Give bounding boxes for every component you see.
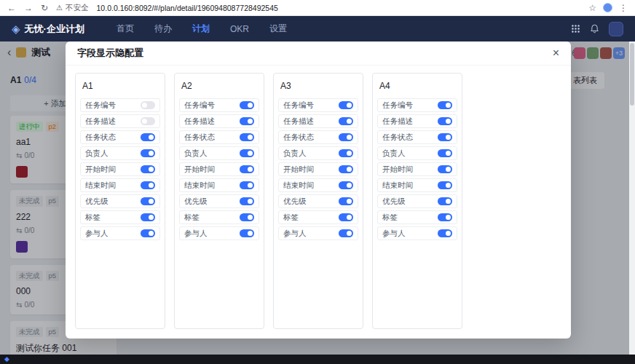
field-label: 负责人 [184,149,208,159]
browser-forward-icon[interactable]: → [24,4,33,12]
apps-grid-icon[interactable] [571,24,580,33]
field-toggle[interactable] [141,149,155,157]
field-row: 优先级 [278,194,358,208]
field-toggle[interactable] [141,181,155,189]
field-toggle[interactable] [438,117,452,125]
field-label: 优先级 [184,197,208,207]
field-label: 结束时间 [184,181,215,191]
field-label: 优先级 [283,197,307,207]
field-toggle[interactable] [141,213,155,221]
field-label: 参与人 [382,229,406,239]
field-label: 负责人 [382,149,406,159]
field-toggle[interactable] [339,165,353,173]
browser-toolbar: ← → ↻ ⚠ 不安全 10.0.0.160:8092/#/plan/detai… [0,0,635,16]
field-toggle[interactable] [141,133,155,141]
field-toggle[interactable] [240,181,254,189]
site-security-chip[interactable]: ⚠ 不安全 [56,3,88,13]
field-toggle[interactable] [339,181,353,189]
field-toggle[interactable] [240,101,254,109]
browser-profile-avatar[interactable] [603,3,612,12]
user-avatar[interactable] [609,22,623,36]
field-label: 任务描述 [184,116,215,127]
browser-menu-icon[interactable]: ⋮ [619,4,628,12]
field-row: 优先级 [80,194,160,208]
nav-todo[interactable]: 待办 [154,23,172,35]
nav-settings[interactable]: 设置 [269,23,287,35]
field-label: 开始时间 [184,165,215,175]
field-row: 标签 [278,210,358,224]
field-toggle[interactable] [339,101,353,109]
field-row: 开始时间 [377,162,457,176]
field-label: 结束时间 [85,181,116,191]
field-label: 标签 [184,213,200,223]
brand-name: 无忧·企业计划 [25,23,84,36]
url-text[interactable]: 10.0.0.160:8092/#/plan/detail/1960948087… [97,4,278,12]
page-scrollbar[interactable] [629,41,635,355]
taskbar-logo-icon[interactable]: ◆ [4,356,9,363]
field-row: 任务描述 [179,114,259,128]
field-row: 任务描述 [80,114,160,128]
field-row: 参与人 [179,226,259,240]
field-row: 开始时间 [179,162,259,176]
field-toggle[interactable] [141,165,155,173]
field-row: 任务状态 [80,130,160,144]
notification-bell-icon[interactable] [590,24,599,33]
field-row: 标签 [179,210,259,224]
field-row: 结束时间 [278,178,358,192]
close-icon[interactable]: × [553,47,559,59]
field-toggle[interactable] [240,213,254,221]
field-toggle[interactable] [438,229,452,237]
field-label: 任务状态 [85,132,116,143]
field-toggle[interactable] [339,133,353,141]
field-toggle[interactable] [438,181,452,189]
field-label: 结束时间 [283,181,314,191]
nav-home[interactable]: 首页 [117,23,134,35]
field-label: 参与人 [85,229,109,239]
field-toggle[interactable] [438,165,452,173]
modal-body: A1 任务编号任务描述任务状态负责人开始时间结束时间优先级标签参与人 A2 任务… [66,66,571,339]
group-title: A2 [179,78,259,98]
app-logo-icon: ◈ [12,23,20,36]
nav-plan[interactable]: 计划 [192,23,210,35]
field-toggle[interactable] [339,149,353,157]
field-toggle[interactable] [438,197,452,205]
field-toggle[interactable] [339,229,353,237]
field-toggle[interactable] [141,197,155,205]
field-toggle[interactable] [438,133,452,141]
field-toggle[interactable] [240,197,254,205]
field-row: 负责人 [377,146,457,160]
field-toggle[interactable] [240,133,254,141]
field-label: 开始时间 [283,165,314,175]
nav-okr[interactable]: OKR [230,24,249,34]
brand[interactable]: ◈ 无忧·企业计划 [12,23,84,36]
field-group: A3 任务编号任务描述任务状态负责人开始时间结束时间优先级标签参与人 [273,73,363,329]
field-row: 任务描述 [377,114,457,128]
field-toggle[interactable] [339,117,353,125]
app-header-right [571,22,623,36]
scrollbar-thumb[interactable] [630,43,634,106]
field-row: 结束时间 [377,178,457,192]
field-label: 结束时间 [382,181,413,191]
field-toggle[interactable] [438,149,452,157]
field-toggle[interactable] [240,149,254,157]
field-toggle[interactable] [240,229,254,237]
field-row: 优先级 [377,194,457,208]
warning-icon: ⚠ [56,4,63,12]
field-toggle[interactable] [141,117,155,125]
main-nav: 首页待办计划OKR设置 [117,23,287,35]
field-toggle[interactable] [141,101,155,109]
field-toggle[interactable] [438,101,452,109]
field-toggle[interactable] [438,213,452,221]
field-row: 负责人 [80,146,160,160]
field-label: 任务编号 [283,100,314,111]
field-toggle[interactable] [141,229,155,237]
group-rows: 任务编号任务描述任务状态负责人开始时间结束时间优先级标签参与人 [179,98,259,240]
field-toggle[interactable] [240,165,254,173]
browser-back-icon[interactable]: ← [7,4,16,12]
app-header: ◈ 无忧·企业计划 首页待办计划OKR设置 [0,16,635,41]
field-toggle[interactable] [339,197,353,205]
field-toggle[interactable] [339,213,353,221]
field-toggle[interactable] [240,117,254,125]
bookmark-star-icon[interactable]: ☆ [588,4,596,12]
browser-reload-icon[interactable]: ↻ [41,4,48,12]
